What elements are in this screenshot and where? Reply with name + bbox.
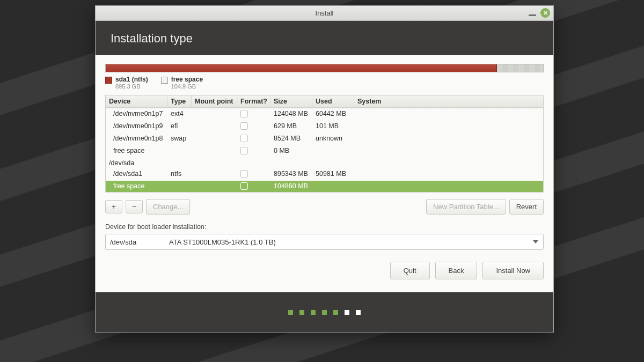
close-icon[interactable]: ✕ xyxy=(540,8,550,18)
boot-desc: ATA ST1000LM035-1RK1 (1.0 TB) xyxy=(165,238,528,246)
progress-dot xyxy=(311,310,316,315)
disk-legend: sda1 (ntfs) 895.3 GB free space 104.9 GB xyxy=(105,76,544,90)
cell xyxy=(192,168,237,181)
table-row[interactable]: free space0 MB xyxy=(106,145,543,158)
cell xyxy=(167,181,192,192)
cell: 8524 MB xyxy=(270,133,312,145)
format-checkbox[interactable] xyxy=(240,182,248,190)
cell xyxy=(312,181,354,192)
col-device: Device xyxy=(106,95,167,107)
back-button[interactable]: Back xyxy=(435,262,478,279)
disk-usage-bar xyxy=(105,64,544,72)
col-mount: Mount point xyxy=(192,95,237,107)
progress-dot xyxy=(299,310,304,315)
installer-window: Install ✕ Installation type sda1 (ntfs) … xyxy=(95,5,554,333)
cell xyxy=(312,158,354,168)
page-title: Installation type xyxy=(96,21,553,55)
cell xyxy=(192,181,237,192)
col-system: System xyxy=(354,95,543,107)
table-header: Device Type Mount point Format? Size Use… xyxy=(106,95,543,108)
cell: 50981 MB xyxy=(312,168,354,181)
cell xyxy=(192,121,237,133)
table-row[interactable]: /dev/nvme0n1p8swap8524 MBunknown xyxy=(106,133,543,145)
cell: 60442 MB xyxy=(312,108,354,121)
cell: /dev/sda xyxy=(106,158,167,168)
legend-item-free: free space 104.9 GB xyxy=(161,76,203,90)
progress-dot xyxy=(322,310,327,315)
table-row[interactable]: /dev/nvme0n1p7ext4124048 MB60442 MB xyxy=(106,108,543,121)
table-row[interactable]: /dev/sda1ntfs895343 MB50981 MB xyxy=(106,168,543,181)
cell: 104860 MB xyxy=(270,181,312,192)
new-partition-table-button[interactable]: New Partition Table... xyxy=(426,199,506,215)
cell: ext4 xyxy=(167,108,192,121)
cell: /dev/nvme0n1p7 xyxy=(106,108,167,121)
cell: 895343 MB xyxy=(270,168,312,181)
progress-indicator xyxy=(96,292,553,332)
change-partition-button[interactable]: Change... xyxy=(146,199,190,215)
add-partition-button[interactable]: + xyxy=(105,200,122,213)
minimize-icon[interactable] xyxy=(529,14,536,16)
cell xyxy=(192,145,237,158)
format-cell xyxy=(237,133,270,145)
legend-chip-icon xyxy=(105,77,112,84)
col-format: Format? xyxy=(237,95,270,107)
format-cell xyxy=(237,181,270,192)
cell: 124048 MB xyxy=(270,108,312,121)
col-used: Used xyxy=(312,95,354,107)
cell xyxy=(354,181,543,192)
content-area: sda1 (ntfs) 895.3 GB free space 104.9 GB… xyxy=(96,55,553,292)
cell: free space xyxy=(106,145,167,158)
disk-usage-free xyxy=(497,64,543,72)
format-cell xyxy=(237,145,270,158)
format-checkbox[interactable] xyxy=(240,122,248,130)
boot-loader-select[interactable]: /dev/sda ATA ST1000LM035-1RK1 (1.0 TB) xyxy=(105,234,544,250)
format-checkbox[interactable] xyxy=(240,110,248,117)
format-checkbox[interactable] xyxy=(240,135,248,142)
format-cell xyxy=(237,168,270,181)
format-cell xyxy=(237,158,270,168)
legend-item-used: sda1 (ntfs) 895.3 GB xyxy=(105,76,148,90)
col-size: Size xyxy=(270,95,312,107)
cell: efi xyxy=(167,121,192,133)
format-cell xyxy=(237,108,270,121)
format-checkbox[interactable] xyxy=(240,170,248,178)
remove-partition-button[interactable]: − xyxy=(126,200,143,213)
col-type: Type xyxy=(167,95,192,107)
legend-size: 895.3 GB xyxy=(115,83,148,90)
progress-dot xyxy=(356,310,361,315)
cell xyxy=(354,168,543,181)
cell xyxy=(192,133,237,145)
table-body[interactable]: /dev/nvme0n1p7ext4124048 MB60442 MB/dev/… xyxy=(106,108,543,192)
cell xyxy=(354,133,543,145)
progress-dot xyxy=(333,310,338,315)
legend-label: free space xyxy=(171,76,203,83)
titlebar: Install ✕ xyxy=(96,6,553,21)
format-checkbox[interactable] xyxy=(240,147,248,154)
table-row[interactable]: /dev/sda xyxy=(106,158,543,168)
legend-chip-icon xyxy=(161,77,168,84)
install-now-button[interactable]: Install Now xyxy=(482,262,544,279)
cell xyxy=(354,145,543,158)
progress-dot xyxy=(345,310,349,315)
cell xyxy=(167,158,192,168)
cell: swap xyxy=(167,133,192,145)
cell: unknown xyxy=(312,133,354,145)
table-row[interactable]: /dev/nvme0n1p9efi629 MB101 MB xyxy=(106,121,543,133)
window-title: Install xyxy=(316,9,334,17)
cell: ntfs xyxy=(167,168,192,181)
cell xyxy=(354,108,543,121)
disk-usage-used xyxy=(106,64,497,72)
quit-button[interactable]: Quit xyxy=(390,262,430,279)
cell: /dev/nvme0n1p9 xyxy=(106,121,167,133)
cell: 0 MB xyxy=(270,145,312,158)
cell: free space xyxy=(106,181,167,192)
boot-loader-label: Device for boot loader installation: xyxy=(105,223,544,231)
legend-size: 104.9 GB xyxy=(171,83,203,90)
table-row[interactable]: free space104860 MB xyxy=(106,181,543,192)
partition-table: Device Type Mount point Format? Size Use… xyxy=(105,95,544,193)
cell xyxy=(192,158,237,168)
cell xyxy=(354,158,543,168)
chevron-down-icon xyxy=(528,240,543,243)
boot-device: /dev/sda xyxy=(106,238,165,246)
revert-button[interactable]: Revert xyxy=(509,199,544,215)
